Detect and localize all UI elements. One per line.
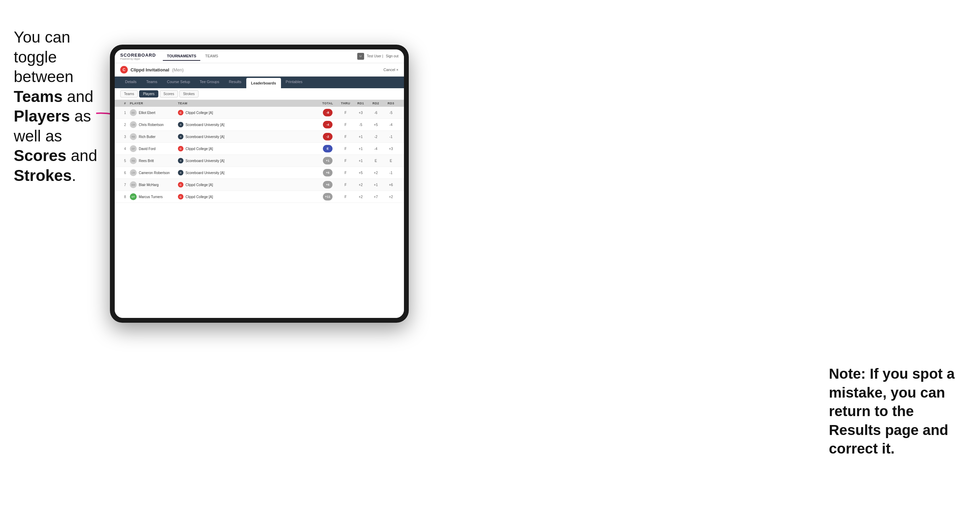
row-num: 3 [120,135,130,139]
player-cell: RB Rees Britt [130,157,178,164]
score-rd1: +2 [353,183,368,187]
row-num: 2 [120,123,130,127]
score-rd1: +1 [353,159,368,163]
table-row[interactable]: 6 CR Cameron Robertson ≡ Scoreboard Univ… [115,167,404,179]
team-cell: ≡ Scoreboard University [A] [178,158,317,163]
score-thru: F [338,195,353,199]
player-cell: CR Chris Robertson [130,121,178,128]
score-rd2: -4 [368,147,383,151]
col-team-header: TEAM [178,102,317,105]
sub-tabs: Teams Players Scores Strokes [115,88,404,100]
team-logo: ≡ [178,122,183,127]
nav-teams[interactable]: TEAMS [201,52,222,61]
score-rd2: E [368,159,383,163]
score-badge: E [323,145,332,152]
table-row[interactable]: 8 MT Marcus Turners C Clippd College [A]… [115,191,404,203]
score-badge: +1 [323,157,332,165]
team-cell: ≡ Scoreboard University [A] [178,134,317,140]
score-total: +6 [317,181,338,189]
tablet-frame: SCOREBOARD Powered by clippd TOURNAMENTS… [110,44,409,323]
score-rd1: +2 [353,195,368,199]
nav-right: U Test User | Sign out [357,53,398,60]
tabs-bar: Details Teams Course Setup Tee Groups Re… [115,76,404,88]
score-thru: F [338,159,353,163]
sign-out-link[interactable]: Sign out [386,54,398,58]
logo-text: SCOREBOARD [120,52,156,58]
score-thru: F [338,135,353,139]
score-rd3: +3 [383,147,398,151]
sub-tab-players[interactable]: Players [139,90,158,97]
tab-leaderboards[interactable]: Leaderboards [246,78,281,88]
sub-tab-teams[interactable]: Teams [120,90,138,97]
player-name: Elliot Ebert [139,111,155,115]
score-rd2: -2 [368,135,383,139]
logo-sub: Powered by clippd [120,58,156,60]
player-name: Rees Britt [139,159,154,163]
score-total: +11 [317,193,338,200]
player-name: Marcus Turners [139,195,162,199]
score-total: -8 [317,109,338,116]
tab-printables[interactable]: Printables [281,76,307,88]
score-rd1: +1 [353,135,368,139]
score-badge: +6 [323,169,332,176]
user-name: Test User | [367,54,383,58]
tablet-screen: SCOREBOARD Powered by clippd TOURNAMENTS… [115,49,404,318]
player-avatar: RB [130,157,137,164]
row-num: 1 [120,111,130,115]
player-cell: EE Elliot Ebert [130,109,178,116]
player-avatar: CR [130,121,137,128]
col-player-header: PLAYER [130,102,178,105]
tournament-name: Clippd Invitational [130,67,169,73]
team-cell: C Clippd College [A] [178,182,317,187]
table-row[interactable]: 7 BM Blair McHarg C Clippd College [A] +… [115,179,404,191]
score-rd1: +1 [353,147,368,151]
score-rd3: +6 [383,183,398,187]
score-total: -4 [317,121,338,129]
score-total: +1 [317,157,338,165]
team-logo: ≡ [178,170,183,175]
player-cell: RB Rich Butler [130,133,178,140]
score-badge: +6 [323,181,332,189]
player-avatar: RB [130,133,137,140]
score-rd3: -4 [383,123,398,127]
sub-tab-scores[interactable]: Scores [160,90,178,97]
cancel-button[interactable]: Cancel × [383,68,398,72]
tab-results[interactable]: Results [224,76,246,88]
score-rd3: -5 [383,111,398,115]
team-logo: ≡ [178,134,183,140]
col-thru-header: THRU [338,102,353,105]
table-row[interactable]: 4 DF David Ford C Clippd College [A] E F… [115,143,404,155]
score-rd1: +3 [353,111,368,115]
score-thru: F [338,123,353,127]
nav-links: TOURNAMENTS TEAMS [163,52,357,61]
col-total-header: TOTAL [317,102,338,105]
score-badge: -2 [323,133,332,140]
row-num: 5 [120,159,130,163]
team-logo: ≡ [178,158,183,163]
score-thru: F [338,111,353,115]
table-row[interactable]: 3 RB Rich Butler ≡ Scoreboard University… [115,131,404,143]
tab-teams[interactable]: Teams [142,76,162,88]
team-cell: C Clippd College [A] [178,194,317,200]
annotation-text: You can toggle between Teams and Players… [14,28,97,184]
table-header: # PLAYER TEAM TOTAL THRU RD1 RD2 RD3 [115,100,404,107]
tab-course-setup[interactable]: Course Setup [162,76,195,88]
team-name: Scoreboard University [A] [186,159,224,163]
table-row[interactable]: 5 RB Rees Britt ≡ Scoreboard University … [115,155,404,167]
right-annotation-text: Note: If you spot a mistake, you can ret… [829,366,955,457]
score-badge: +11 [323,193,332,200]
table-row[interactable]: 2 CR Chris Robertson ≡ Scoreboard Univer… [115,119,404,131]
player-name: David Ford [139,147,156,151]
team-name: Clippd College [A] [186,195,213,199]
team-name: Scoreboard University [A] [186,123,224,127]
team-logo: C [178,146,183,151]
tab-details[interactable]: Details [120,76,142,88]
sub-tab-strokes[interactable]: Strokes [179,90,199,97]
table-row[interactable]: 1 EE Elliot Ebert C Clippd College [A] -… [115,107,404,119]
table-body: 1 EE Elliot Ebert C Clippd College [A] -… [115,107,404,203]
tab-tee-groups[interactable]: Tee Groups [195,76,224,88]
player-name: Cameron Robertson [139,171,170,175]
nav-tournaments[interactable]: TOURNAMENTS [163,52,200,61]
score-rd2: +1 [368,183,383,187]
team-cell: C Clippd College [A] [178,110,317,115]
